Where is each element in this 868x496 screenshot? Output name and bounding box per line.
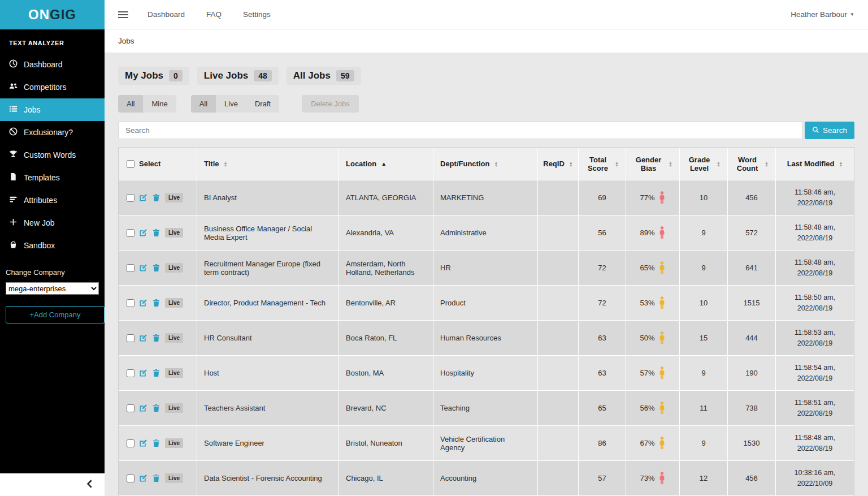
trophy-icon — [9, 150, 18, 160]
job-reqid — [538, 180, 578, 215]
row-checkbox[interactable] — [127, 475, 134, 482]
trash-icon[interactable] — [152, 193, 160, 202]
job-title[interactable]: Recruitment Manager Europe (fixed term c… — [197, 251, 338, 285]
trash-icon[interactable] — [152, 439, 160, 447]
job-title[interactable]: Business Office Manager / Social Media E… — [197, 215, 338, 250]
job-total-score: 56 — [579, 215, 626, 250]
job-title[interactable]: Host — [197, 356, 338, 390]
top-link-settings[interactable]: Settings — [243, 10, 271, 19]
sort-icon: ▲▼ — [765, 161, 769, 167]
job-reqid — [538, 391, 578, 425]
sidebar-item-custom-words[interactable]: Custom Words — [0, 144, 105, 166]
sidebar-item-new-job[interactable]: New Job — [0, 212, 105, 234]
header-dept[interactable]: Dept/Function ▲▼ — [433, 148, 537, 180]
row-checkbox[interactable] — [127, 299, 134, 307]
filter-status-live[interactable]: Live — [216, 95, 246, 113]
status-badge: Live — [165, 298, 183, 308]
sidebar-item-templates[interactable]: Templates — [0, 166, 105, 189]
job-title[interactable]: Director, Product Management - Tech — [197, 286, 338, 320]
job-title[interactable]: Software Engineer — [197, 426, 338, 460]
header-words[interactable]: Word Count ▲▼ — [728, 148, 775, 180]
filter-ownership-mine[interactable]: Mine — [143, 95, 176, 113]
search-input[interactable] — [118, 122, 803, 139]
edit-icon[interactable] — [139, 404, 147, 412]
trash-icon[interactable] — [152, 474, 160, 482]
job-location: Amsterdam, North Holland, Netherlands — [339, 251, 433, 285]
gender-bias-person-icon — [658, 402, 666, 415]
ongig-logo[interactable]: ONGIG — [0, 0, 105, 29]
filter-status-all[interactable]: All — [191, 95, 216, 113]
trash-icon[interactable] — [152, 369, 160, 377]
trash-icon[interactable] — [152, 299, 160, 307]
top-link-faq[interactable]: FAQ — [206, 10, 222, 19]
header-bias[interactable]: Gender Bias ▲▼ — [626, 148, 679, 180]
row-checkbox[interactable] — [127, 194, 134, 202]
hamburger-menu-icon[interactable] — [118, 11, 128, 18]
job-title[interactable]: BI Analyst — [197, 180, 338, 215]
edit-icon[interactable] — [139, 474, 147, 482]
header-title[interactable]: Title ▲▼ — [197, 148, 338, 180]
row-checkbox[interactable] — [127, 264, 134, 272]
tab-my-jobs[interactable]: My Jobs 0 — [118, 67, 189, 85]
user-menu[interactable]: Heather Barbour ▼ — [791, 10, 854, 19]
row-checkbox[interactable] — [127, 334, 134, 342]
top-link-dashboard[interactable]: Dashboard — [147, 10, 185, 19]
header-label: Location — [346, 159, 376, 168]
sidebar-item-dashboard[interactable]: Dashboard — [0, 53, 105, 76]
header-location[interactable]: Location ▲ — [339, 148, 433, 180]
header-score[interactable]: Total Score ▲▼ — [579, 148, 626, 180]
trash-icon[interactable] — [152, 404, 160, 412]
edit-icon[interactable] — [139, 299, 147, 307]
search-button[interactable]: Search — [805, 122, 854, 139]
sidebar-item-sandbox[interactable]: Sandbox — [0, 234, 105, 257]
job-total-score: 69 — [579, 180, 626, 215]
job-title[interactable]: Teachers Assistant — [197, 391, 338, 425]
edit-icon[interactable] — [139, 439, 147, 447]
row-checkbox[interactable] — [127, 439, 134, 447]
add-company-button[interactable]: +Add Company — [6, 306, 105, 324]
sidebar-item-label: Custom Words — [24, 150, 76, 159]
header-grade[interactable]: Grade Level ▲▼ — [680, 148, 727, 180]
trash-icon[interactable] — [152, 334, 160, 342]
header-reqid[interactable]: ReqID ▲▼ — [538, 148, 578, 180]
tab-all-jobs[interactable]: All Jobs 59 — [287, 67, 361, 85]
status-badge: Live — [165, 438, 183, 448]
select-all-checkbox[interactable] — [127, 160, 134, 168]
sidebar-item-exclusionary[interactable]: Exclusionary? — [0, 121, 105, 144]
status-badge: Live — [165, 473, 183, 483]
row-checkbox[interactable] — [127, 404, 134, 412]
edit-icon[interactable] — [139, 369, 147, 377]
bias-value: 67% — [640, 439, 654, 447]
header-modified[interactable]: Last Modified ▲▼ — [776, 148, 854, 180]
edit-icon[interactable] — [139, 193, 147, 202]
table-row: Live Recruitment Manager Europe (fixed t… — [119, 251, 854, 285]
job-last-modified: 11:58:48 am, 2022/08/19 — [776, 251, 854, 285]
trash-icon[interactable] — [152, 264, 160, 272]
row-checkbox[interactable] — [127, 369, 134, 377]
edit-icon[interactable] — [139, 334, 147, 342]
filter-ownership-all[interactable]: All — [118, 95, 143, 113]
sidebar-collapse-control[interactable] — [0, 473, 105, 496]
job-last-modified: 11:58:53 am, 2022/08/19 — [776, 321, 854, 355]
sidebar-item-attributes[interactable]: Attributes — [0, 189, 105, 212]
tab-live-jobs[interactable]: Live Jobs 48 — [197, 67, 279, 85]
job-title[interactable]: HR Consultant — [197, 321, 338, 355]
ownership-filter: All Mine — [118, 95, 176, 113]
job-title[interactable]: Data Scientist - Forensic Accounting — [197, 461, 338, 495]
job-dept: Administrative — [433, 215, 537, 250]
row-select-cell: Live — [119, 215, 197, 250]
tab-label: My Jobs — [125, 70, 163, 81]
edit-icon[interactable] — [139, 228, 147, 237]
edit-icon[interactable] — [139, 264, 147, 272]
status-badge: Live — [165, 403, 183, 413]
sidebar-item-jobs[interactable]: Jobs — [0, 98, 105, 121]
sidebar-item-competitors[interactable]: Competitors — [0, 76, 105, 98]
sort-icon: ▲▼ — [669, 161, 672, 167]
delete-jobs-button[interactable]: Delete Jobs — [302, 95, 359, 113]
job-total-score: 86 — [579, 426, 626, 460]
row-checkbox[interactable] — [127, 229, 134, 237]
company-select[interactable]: mega-enterprises — [6, 282, 99, 295]
filter-status-draft[interactable]: Draft — [246, 95, 279, 113]
trash-icon[interactable] — [152, 228, 160, 237]
job-word-count: 190 — [728, 356, 775, 390]
